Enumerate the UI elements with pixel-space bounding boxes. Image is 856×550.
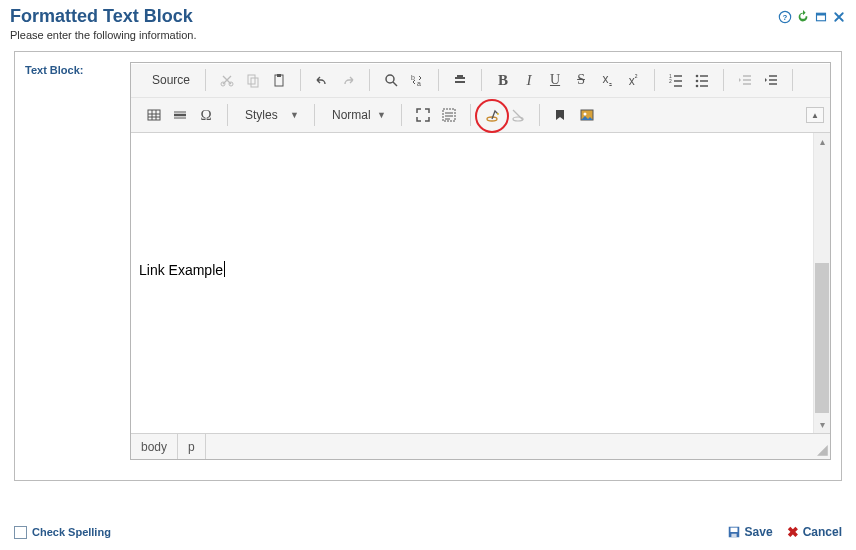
close-icon[interactable] — [832, 10, 846, 24]
help-icon[interactable]: ? — [778, 10, 792, 24]
styles-combo[interactable]: Styles▼ — [236, 103, 306, 127]
replace-button[interactable]: ba — [404, 67, 430, 93]
check-spelling-checkbox[interactable]: Check Spelling — [14, 526, 111, 539]
italic-button[interactable]: I — [516, 67, 542, 93]
svg-rect-27 — [730, 528, 737, 532]
scroll-thumb[interactable] — [815, 263, 829, 413]
editor-toolbar: Source — [131, 63, 830, 133]
svg-rect-10 — [277, 74, 281, 77]
format-combo[interactable]: Normal▼ — [323, 103, 393, 127]
dialog-subtitle: Please enter the following information. — [10, 29, 197, 41]
checkbox-icon — [14, 526, 27, 539]
dialog-title: Formatted Text Block — [10, 6, 197, 27]
collapse-toolbar-button[interactable]: ▲ — [806, 107, 824, 123]
indent-button[interactable] — [758, 67, 784, 93]
svg-rect-19 — [148, 110, 160, 120]
link-button[interactable] — [479, 102, 505, 128]
maximize-icon[interactable] — [814, 10, 828, 24]
elements-path-body[interactable]: body — [131, 434, 178, 459]
svg-text:?: ? — [783, 13, 788, 22]
elements-path-p[interactable]: p — [178, 434, 206, 459]
dialog-controls: ? — [778, 6, 846, 24]
cancel-icon: ✖ — [787, 524, 799, 540]
svg-rect-3 — [817, 13, 826, 15]
underline-button[interactable]: U — [542, 67, 568, 93]
subscript-button[interactable]: x₂ — [594, 67, 620, 93]
find-button[interactable] — [378, 67, 404, 93]
horizontal-rule-button[interactable] — [167, 102, 193, 128]
image-button[interactable] — [574, 102, 600, 128]
svg-text:2: 2 — [669, 78, 672, 84]
copy-button[interactable] — [240, 67, 266, 93]
svg-point-16 — [696, 75, 699, 78]
maximize-editor-button[interactable] — [410, 102, 436, 128]
strike-button[interactable]: S — [568, 67, 594, 93]
dialog: Formatted Text Block Please enter the fo… — [0, 0, 856, 550]
editor-content-area[interactable]: Link Example ▴ ▾ — [131, 133, 830, 433]
cut-button[interactable] — [214, 67, 240, 93]
undo-button[interactable] — [309, 67, 335, 93]
cancel-button[interactable]: ✖ Cancel — [787, 524, 842, 540]
svg-point-18 — [696, 85, 699, 88]
resize-grip-icon[interactable]: ◢ — [810, 434, 830, 459]
editor-text: Link Example — [139, 261, 225, 278]
svg-point-22 — [497, 113, 499, 115]
special-char-button[interactable]: Ω — [193, 102, 219, 128]
rich-text-editor: Source — [130, 62, 831, 460]
show-blocks-button[interactable] — [436, 102, 462, 128]
bold-button[interactable]: B — [490, 67, 516, 93]
dialog-footer: Check Spelling Save ✖ Cancel — [14, 524, 842, 540]
unlink-button[interactable] — [505, 102, 531, 128]
numbered-list-button[interactable]: 12 — [663, 67, 689, 93]
editor-status-bar: body p ◢ — [131, 433, 830, 459]
save-icon — [727, 525, 741, 539]
remove-format-button[interactable] — [447, 67, 473, 93]
svg-point-11 — [386, 75, 394, 83]
svg-text:a: a — [417, 80, 421, 87]
vertical-scrollbar[interactable]: ▴ ▾ — [813, 133, 830, 433]
scroll-down-icon[interactable]: ▾ — [814, 416, 831, 433]
paste-button[interactable] — [266, 67, 292, 93]
anchor-button[interactable] — [548, 102, 574, 128]
superscript-button[interactable]: x² — [620, 67, 646, 93]
refresh-icon[interactable] — [796, 10, 810, 24]
source-button[interactable]: Source — [141, 67, 197, 93]
redo-button[interactable] — [335, 67, 361, 93]
field-label-text-block: Text Block: — [25, 62, 130, 460]
scroll-up-icon[interactable]: ▴ — [814, 133, 831, 150]
bullet-list-button[interactable] — [689, 67, 715, 93]
outdent-button[interactable] — [732, 67, 758, 93]
svg-point-17 — [696, 80, 699, 83]
table-button[interactable] — [141, 102, 167, 128]
save-button[interactable]: Save — [727, 525, 773, 539]
main-panel: Text Block: Source — [14, 51, 842, 481]
svg-point-25 — [584, 113, 587, 116]
svg-rect-28 — [731, 534, 736, 538]
